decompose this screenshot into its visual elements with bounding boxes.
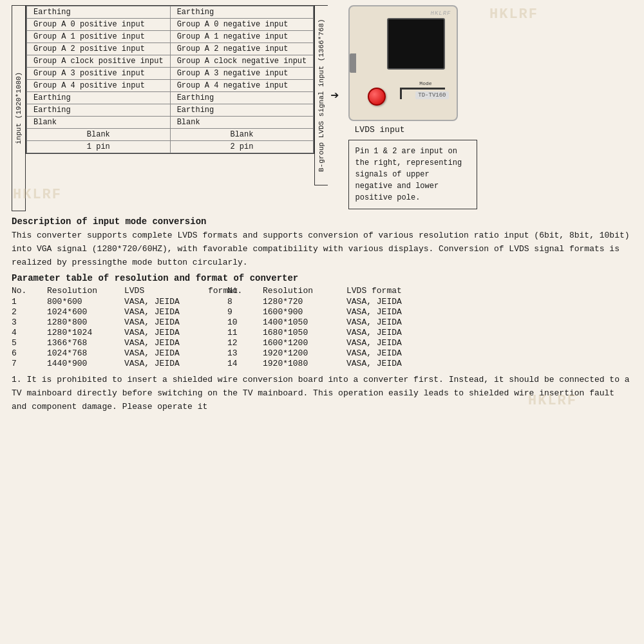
pin2-cell: Earthing (170, 92, 314, 104)
param-no: 1 (12, 297, 47, 307)
note-box-text: Pin 1 & 2 are input on the right, repres… (355, 147, 462, 202)
param-res2: 1400*1050 (263, 317, 346, 327)
param-res2: 1280*720 (263, 297, 346, 307)
param-res2: 1600*900 (263, 307, 346, 317)
param-lvds2: VASA, JEIDA (346, 338, 430, 348)
param-lvds2: VASA, JEIDA (346, 317, 430, 327)
param-no: 4 (12, 328, 47, 337)
param-no: 6 (12, 348, 47, 358)
pin-table: EarthingEarthingGroup A 0 positive input… (26, 6, 314, 153)
description-text: This converter supports complete LVDS fo… (12, 229, 632, 269)
param-res: 1024*600 (47, 307, 124, 317)
param-lvds: VASA, JEIDA (124, 348, 208, 358)
param-res: 1280*1024 (47, 328, 124, 337)
table-row: BlankBlank (27, 129, 314, 141)
pin2-cell: Group A 0 negative input (170, 19, 314, 31)
pin1-cell: Group A 0 positive input (27, 19, 171, 31)
device-connector (350, 53, 356, 73)
device-screen (387, 18, 445, 70)
header-lvds: LVDS (124, 286, 208, 296)
description-title: Description of input mode conversion (12, 216, 632, 227)
param-lvds: VASA, JEIDA (124, 338, 208, 348)
pin2-cell: Group A 4 negative input (170, 80, 314, 92)
header-resolution2: Resolution (263, 286, 346, 296)
param-no2: 13 (227, 348, 263, 358)
param-no: 3 (12, 317, 47, 327)
pin2-cell: Blank (170, 129, 314, 141)
pin2-footer: 2 pin (170, 141, 314, 153)
right-section: HKLRF Mode TD-TV160 LVDS input Pin 1 & 2… (348, 5, 477, 209)
pin1-cell: Group A clock positive input (27, 55, 171, 68)
header-lvds2: LVDS format (346, 286, 430, 296)
pin1-cell: Group A 1 positive input (27, 31, 171, 43)
table-row: Group A 3 positive inputGroup A 3 negati… (27, 68, 314, 80)
param-res2: 1920*1200 (263, 348, 346, 358)
description-section: Description of input mode conversion Thi… (12, 216, 632, 269)
table-row: EarthingEarthing (27, 6, 314, 19)
param-no2: 12 (227, 338, 263, 348)
pin1-cell: Group A 2 positive input (27, 43, 171, 55)
param-rows-container: 1 800*600 VASA, JEIDA 8 1280*720 VASA, J… (12, 297, 632, 368)
pin1-cell: Earthing (27, 92, 171, 104)
arrow-right: ➔ (328, 87, 341, 104)
header-resolution: Resolution (47, 286, 124, 296)
param-no: 2 (12, 307, 47, 317)
pin2-cell: Group A 2 negative input (170, 43, 314, 55)
param-no2: 10 (227, 317, 263, 327)
param-no2: 14 (227, 359, 263, 368)
pin2-cell: Group A clock negative input (170, 55, 314, 68)
param-header-row: No. Resolution LVDS format No. Resolutio… (12, 286, 632, 296)
param-sep (208, 297, 227, 307)
param-lvds: VASA, JEIDA (124, 359, 208, 368)
param-row: 1 800*600 VASA, JEIDA 8 1280*720 VASA, J… (12, 297, 632, 307)
bottom-note: 1. It is prohibited to insert a shielded… (12, 374, 632, 413)
param-res2: 1680*1050 (263, 328, 346, 337)
param-res: 1366*768 (47, 338, 124, 348)
param-row: 2 1024*600 VASA, JEIDA 9 1600*900 VASA, … (12, 307, 632, 317)
param-row: 5 1366*768 VASA, JEIDA 12 1600*1200 VASA… (12, 338, 632, 348)
pin1-cell: Group A 3 positive input (27, 68, 171, 80)
pin2-cell: Group A 3 negative input (170, 68, 314, 80)
param-row: 3 1280*800 VASA, JEIDA 10 1400*1050 VASA… (12, 317, 632, 327)
table-row: EarthingEarthing (27, 104, 314, 117)
param-res: 1440*900 (47, 359, 124, 368)
param-no: 5 (12, 338, 47, 348)
param-lvds: VASA, JEIDA (124, 328, 208, 337)
top-section: input (1920*1080) EarthingEarthingGroup … (12, 5, 632, 211)
param-lvds: VASA, JEIDA (124, 317, 208, 327)
param-title: Parameter table of resolution and format… (12, 273, 632, 283)
param-lvds2: VASA, JEIDA (346, 328, 430, 337)
lvds-signal-label: B-group LVDS signal input (1366*768) (314, 5, 328, 185)
param-res2: 1920*1080 (263, 359, 346, 368)
pin2-cell: Blank (170, 117, 314, 129)
param-sep (208, 348, 227, 358)
table-row: Group A 0 positive inputGroup A 0 negati… (27, 19, 314, 31)
param-res2: 1600*1200 (263, 338, 346, 348)
param-section: Parameter table of resolution and format… (12, 273, 632, 368)
table-row: Group A clock positive inputGroup A cloc… (27, 55, 314, 68)
param-lvds: VASA, JEIDA (124, 307, 208, 317)
pin2-cell: Group A 1 negative input (170, 31, 314, 43)
param-lvds2: VASA, JEIDA (346, 348, 430, 358)
svg-rect-0 (400, 88, 445, 90)
param-sep (208, 307, 227, 317)
connector-label: input (1920*1080) (12, 5, 26, 211)
param-res: 800*600 (47, 297, 124, 307)
param-row: 6 1024*768 VASA, JEIDA 13 1920*1200 VASA… (12, 348, 632, 358)
table-row: Group A 4 positive inputGroup A 4 negati… (27, 80, 314, 92)
param-lvds2: VASA, JEIDA (346, 359, 430, 368)
pin2-cell: Earthing (170, 104, 314, 117)
param-row: 7 1440*900 VASA, JEIDA 14 1920*1080 VASA… (12, 359, 632, 368)
param-no2: 11 (227, 328, 263, 337)
device-button[interactable] (368, 88, 386, 106)
table-row: EarthingEarthing (27, 92, 314, 104)
header-no2: No. (227, 286, 263, 296)
param-no: 7 (12, 359, 47, 368)
table-row: Group A 2 positive inputGroup A 2 negati… (27, 43, 314, 55)
pin1-cell: Group A 4 positive input (27, 80, 171, 92)
header-format: format (208, 286, 227, 296)
pin1-cell: Earthing (27, 104, 171, 117)
param-sep (208, 359, 227, 368)
pin1-cell: Blank (27, 129, 171, 141)
svg-rect-1 (400, 88, 402, 99)
